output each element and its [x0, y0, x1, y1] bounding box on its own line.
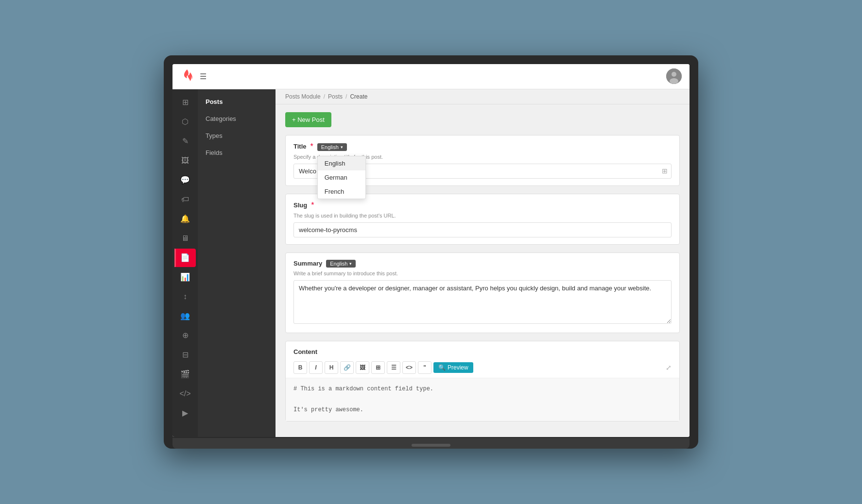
sidebar-icon-code[interactable]: </> [174, 385, 196, 403]
hamburger-icon[interactable]: ☰ [200, 72, 207, 81]
summary-label: Summary [293, 260, 322, 267]
title-lang-dropdown-btn[interactable]: English [317, 143, 347, 151]
preview-button[interactable]: 🔍 Preview [433, 362, 473, 373]
sidebar-icon-widgets[interactable]: ⊟ [174, 346, 196, 364]
editor-expand-icon[interactable]: ⤢ [666, 364, 672, 371]
code-button[interactable]: <> [402, 361, 416, 374]
sidebar-icon-media[interactable]: 🖼 [174, 151, 196, 170]
content-section: Content B I H 🔗 🖼 ⊞ ☰ <> " [285, 341, 680, 422]
editor-toolbar: B I H 🔗 🖼 ⊞ ☰ <> " 🔍 Preview [286, 357, 679, 378]
sidebar-nav: Posts Categories Types Fields [198, 89, 276, 437]
link-button[interactable]: 🔗 [340, 361, 354, 374]
sidebar-icon-dashboard[interactable]: ⊞ [174, 93, 196, 112]
slug-help: The slug is used in building the post's … [286, 212, 679, 222]
sidebar-icons: ⊞ ⬡ ✎ 🖼 💬 🏷 🔔 🖥 📄 📊 ↕ 👥 ⊕ ⊟ 🎬 </> ▶ [172, 89, 198, 437]
svg-point-2 [670, 78, 678, 84]
sidebar-icon-posts[interactable]: 📄 [174, 249, 196, 267]
code-line-1: # This is a markdown content field type. [293, 384, 672, 395]
preview-icon: 🔍 [438, 364, 446, 371]
main-content: Posts Module / Posts / Create + New Post… [276, 89, 690, 437]
sidebar-nav-categories[interactable]: Categories [198, 110, 276, 127]
slug-label: Slug [293, 202, 307, 209]
heading-button[interactable]: H [325, 361, 338, 374]
sidebar-icon-monitor[interactable]: 🖥 [174, 229, 196, 248]
sidebar-icon-edit[interactable]: ✎ [174, 132, 196, 151]
breadcrumb-posts[interactable]: Posts [328, 93, 343, 100]
title-section: Title * English English German French [285, 135, 680, 186]
title-lang-dropdown-wrapper: English English German French [317, 142, 347, 151]
sidebar-nav-posts[interactable]: Posts [198, 93, 276, 110]
content-label: Content [293, 348, 317, 355]
lang-option-french[interactable]: French [318, 185, 365, 199]
sidebar-icon-comments[interactable]: 💬 [174, 171, 196, 189]
user-avatar[interactable] [666, 68, 682, 84]
slug-section: Slug * The slug is used in building the … [285, 194, 680, 245]
summary-textarea[interactable]: Whether you're a developer or designer, … [293, 280, 672, 324]
sidebar-nav-types[interactable]: Types [198, 127, 276, 144]
summary-section: Summary English Write a brief summary to… [285, 252, 680, 333]
editor-code-area[interactable]: # This is a markdown content field type.… [286, 378, 679, 421]
breadcrumb: Posts Module / Posts / Create [276, 89, 690, 104]
quote-button[interactable]: " [418, 361, 431, 374]
sidebar-icon-tags[interactable]: 🏷 [174, 190, 196, 209]
image-button[interactable]: 🖼 [356, 361, 369, 374]
preview-label: Preview [448, 364, 468, 371]
expand-icon[interactable]: ⊞ [662, 167, 668, 175]
logo [180, 68, 194, 84]
code-line-2 [293, 394, 672, 405]
lang-option-english[interactable]: English [318, 156, 365, 170]
title-lang-dropdown-menu: English German French [317, 156, 366, 199]
code-line-3: It's pretty awesome. [293, 405, 672, 416]
sidebar-icon-users[interactable]: 👥 [174, 307, 196, 325]
sidebar-icon-media2[interactable]: 🎬 [174, 365, 196, 384]
sidebar-icon-navigation[interactable]: ↕ [174, 287, 196, 306]
sidebar-icon-modules[interactable]: ⬡ [174, 113, 196, 131]
breadcrumb-posts-module[interactable]: Posts Module [285, 93, 321, 100]
sidebar-nav-fields[interactable]: Fields [198, 144, 276, 161]
sidebar-icon-notifications[interactable]: 🔔 [174, 210, 196, 228]
sidebar-icon-deploy[interactable]: ▶ [174, 404, 196, 422]
breadcrumb-create: Create [350, 93, 367, 100]
slug-required: * [311, 201, 314, 210]
italic-button[interactable]: I [309, 361, 323, 374]
sidebar-icon-layers[interactable]: ⊕ [174, 326, 196, 345]
table-button[interactable]: ⊞ [371, 361, 385, 374]
svg-point-1 [672, 72, 676, 77]
new-post-button[interactable]: + New Post [285, 112, 331, 127]
sidebar-icon-analytics[interactable]: 📊 [174, 268, 196, 286]
bold-button[interactable]: B [293, 361, 307, 374]
lang-option-german[interactable]: German [318, 170, 365, 185]
title-label: Title [293, 143, 307, 150]
slug-input[interactable] [293, 222, 672, 237]
summary-help: Write a brief summary to introduce this … [286, 269, 679, 280]
list-button[interactable]: ☰ [387, 361, 400, 374]
summary-lang-dropdown-btn[interactable]: English [326, 260, 356, 268]
title-required: * [310, 142, 313, 151]
top-bar: ☰ [172, 64, 690, 89]
